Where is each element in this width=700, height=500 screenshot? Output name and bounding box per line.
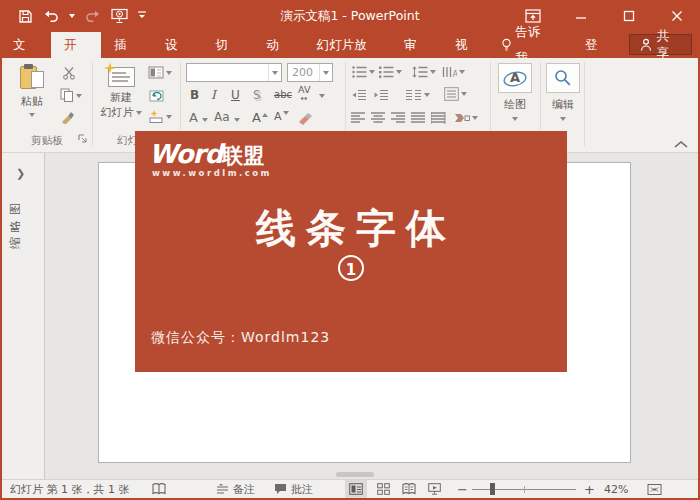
notes-button[interactable]: 备注 [216, 480, 255, 498]
distribute-button[interactable] [431, 112, 446, 124]
tell-me-box[interactable]: 告诉我... [493, 32, 572, 58]
columns-dropdown-icon [424, 93, 430, 97]
tab-file[interactable]: 文件 [0, 32, 51, 58]
thumbnail-pane-collapsed[interactable]: ❯ 缩略图 [2, 153, 45, 479]
align-text-button[interactable] [444, 87, 467, 101]
new-slide-icon [106, 64, 136, 88]
spell-check-icon[interactable] [152, 480, 166, 498]
character-spacing-button[interactable]: AV↔ [298, 86, 310, 103]
comments-icon [274, 483, 287, 495]
view-reading-button[interactable] [398, 480, 420, 498]
wordlm-logo: Word联盟 [149, 139, 264, 170]
font-name-combo[interactable] [186, 63, 282, 82]
tab-animations[interactable]: 动画 [253, 32, 304, 58]
layout-button[interactable] [148, 66, 172, 79]
font-size-dropdown-icon[interactable] [319, 64, 332, 81]
layout-dropdown-icon [166, 71, 172, 75]
tab-review[interactable]: 审阅 [391, 32, 442, 58]
italic-button[interactable]: I [211, 88, 216, 102]
cut-button[interactable] [62, 66, 76, 80]
text-direction-button[interactable]: A [442, 66, 465, 78]
decrease-indent-button[interactable] [352, 89, 367, 101]
grow-font-button[interactable]: A [252, 110, 268, 125]
editing-button[interactable]: 编辑 [546, 63, 580, 121]
convert-smartart-button[interactable] [454, 112, 478, 124]
new-slide-button[interactable]: 新建 幻灯片 [98, 64, 144, 120]
numbering-button[interactable] [379, 66, 402, 78]
fit-slide-to-window-button[interactable] [647, 480, 662, 498]
share-button[interactable]: 共享 [629, 34, 692, 55]
zoom-slider[interactable] [472, 480, 576, 498]
slide-indicator[interactable]: 幻灯片 第 1 张，共 1 张 [10, 480, 129, 498]
copy-dropdown-icon [76, 94, 82, 98]
align-right-button[interactable] [391, 112, 406, 124]
notes-icon [216, 484, 229, 495]
zoom-level[interactable]: 42% [604, 480, 628, 498]
zoom-in-button[interactable]: + [584, 480, 595, 498]
close-icon[interactable] [662, 3, 692, 29]
clear-formatting-button[interactable] [298, 111, 314, 125]
zoom-out-button[interactable]: − [457, 480, 468, 498]
character-spacing-dropdown-icon[interactable] [319, 94, 325, 98]
section-icon [148, 110, 164, 123]
line-spacing-button[interactable] [412, 66, 436, 78]
clipboard-dialog-launcher-icon[interactable] [78, 134, 88, 144]
justify-button[interactable] [411, 112, 426, 124]
svg-text:A: A [510, 70, 520, 85]
font-size-combo[interactable]: 200 [287, 63, 333, 82]
paste-button[interactable]: 粘贴 [12, 64, 52, 117]
tab-design[interactable]: 设计 [152, 32, 203, 58]
lightbulb-icon [501, 38, 512, 52]
reset-icon [148, 88, 164, 102]
smartart-icon [454, 112, 470, 124]
tab-insert[interactable]: 插入 [101, 32, 152, 58]
font-name-dropdown-icon[interactable] [268, 64, 281, 81]
increase-indent-button[interactable] [374, 89, 389, 101]
drawing-dropdown-icon [512, 117, 518, 121]
comments-button[interactable]: 批注 [274, 480, 313, 498]
text-direction-dropdown-icon [459, 70, 465, 74]
align-left-button[interactable] [351, 112, 366, 124]
change-case-dropdown-icon[interactable] [234, 118, 240, 122]
shrink-font-button[interactable]: A [274, 110, 289, 123]
view-slideshow-button[interactable] [423, 480, 445, 498]
change-case-button[interactable]: Aa [214, 110, 230, 124]
find-icon [546, 63, 580, 93]
bold-button[interactable]: B [190, 88, 199, 102]
font-color-button[interactable]: A [189, 110, 198, 125]
tab-transitions[interactable]: 切换 [203, 32, 254, 58]
bullets-button[interactable] [352, 66, 375, 78]
columns-button[interactable] [406, 89, 430, 101]
tab-view[interactable]: 视图 [442, 32, 493, 58]
tab-home[interactable]: 开始 [51, 32, 102, 58]
sparkle-icon [104, 62, 116, 74]
person-icon [640, 38, 652, 51]
thumbnail-pane-label: 缩略图 [7, 184, 24, 264]
text-shadow-button[interactable]: S [253, 88, 261, 102]
expand-pane-chevron-icon[interactable]: ❯ [16, 167, 25, 180]
view-slide-sorter-button[interactable] [372, 480, 394, 498]
drawing-button[interactable]: A 绘图 [498, 63, 532, 121]
brush-icon [60, 110, 75, 124]
horizontal-scrollbar-thumb[interactable] [336, 472, 374, 477]
status-bar: 幻灯片 第 1 张，共 1 张 备注 批注 − + 42% [2, 479, 698, 498]
underline-button[interactable]: U [231, 88, 240, 102]
maximize-icon[interactable] [614, 3, 644, 29]
section-button[interactable] [148, 110, 172, 123]
copy-button[interactable] [60, 88, 82, 103]
font-color-dropdown-icon[interactable] [202, 118, 208, 122]
reset-button[interactable] [148, 88, 164, 102]
collapse-ribbon-icon[interactable] [674, 140, 688, 149]
align-text-dropdown-icon [461, 92, 467, 96]
svg-text:A: A [453, 70, 458, 78]
view-normal-button[interactable] [345, 480, 367, 498]
format-painter-button[interactable] [60, 110, 75, 124]
strikethrough-button[interactable]: abc [274, 89, 292, 100]
minimize-icon[interactable] [566, 3, 596, 29]
zoom-slider-thumb[interactable] [490, 483, 495, 495]
align-center-button[interactable] [371, 112, 386, 124]
sign-in-button[interactable]: 登录 [572, 32, 623, 58]
scissors-icon [62, 66, 76, 80]
tab-slideshow[interactable]: 幻灯片放映 [304, 32, 392, 58]
text-direction-icon: A [442, 66, 457, 78]
